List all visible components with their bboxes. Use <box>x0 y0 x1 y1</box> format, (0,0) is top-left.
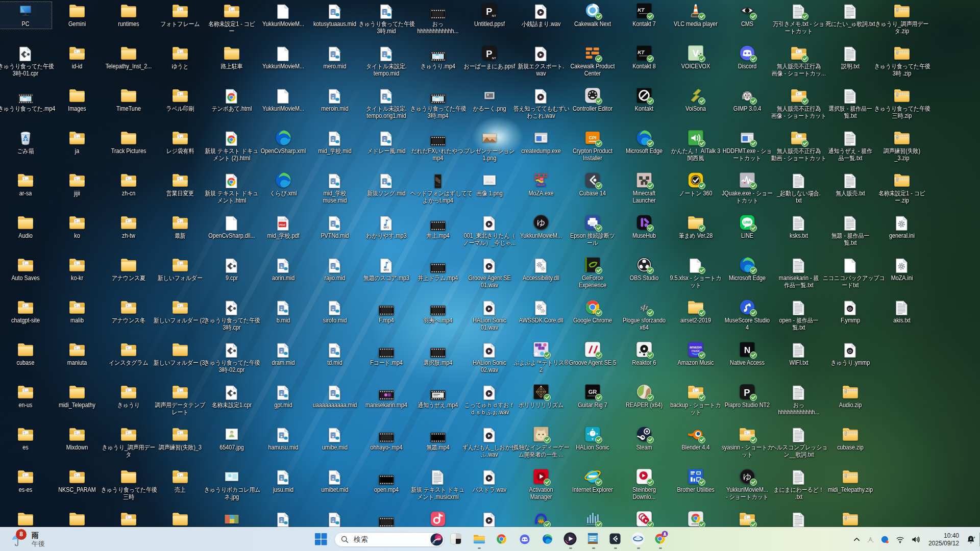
svg-text:A: A <box>869 537 872 542</box>
svg-text:z: z <box>974 535 975 538</box>
